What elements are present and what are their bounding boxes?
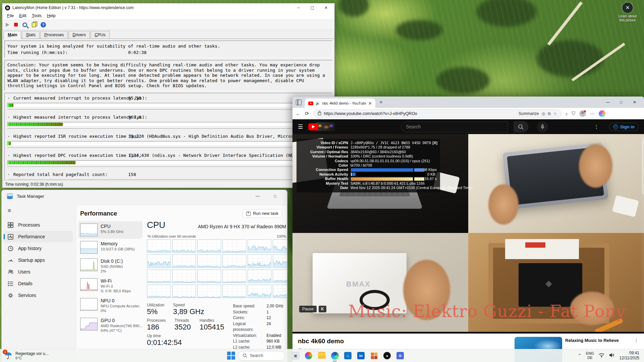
youtube-menu-icon[interactable]: ☰	[298, 123, 303, 130]
sidebar-item-performance[interactable]: Performance	[4, 231, 73, 242]
latencymon-titlebar[interactable]: LatencyMon (Home Edition ) v 7.31 - http…	[2, 3, 334, 12]
help-icon[interactable]: ?	[41, 22, 46, 27]
stat-dpc-time: Highest reported DPC routine execution t…	[7, 153, 329, 167]
address-bar[interactable]: https://www.youtube.com/watch?v=J-x8HPyQ…	[313, 109, 561, 118]
spotlight-widget[interactable]: ✕ Learn about this picture	[616, 2, 639, 22]
linkedin-icon[interactable]: in	[356, 351, 366, 361]
stats-close-button[interactable]: [X]	[432, 141, 437, 145]
sidebar-item-users[interactable]: Users	[4, 266, 73, 278]
media-app-icon[interactable]: ●	[382, 351, 392, 361]
office-app-icon[interactable]	[369, 351, 379, 361]
youtube-search-button[interactable]	[514, 121, 528, 132]
profile-avatar[interactable]	[579, 110, 586, 117]
split-screen-icon[interactable]: ⧉	[548, 111, 551, 116]
lock-icon	[318, 111, 321, 117]
volume-icon[interactable]	[609, 352, 615, 359]
tab-actions-icon[interactable]	[296, 100, 302, 105]
sidebar-label: Performance	[18, 234, 45, 239]
minimize-icon[interactable]: –	[293, 5, 304, 10]
sidebar-item-processes[interactable]: Processes	[4, 219, 73, 231]
run-new-task-button[interactable]: Run new task	[243, 209, 282, 218]
menu-tools[interactable]: Tools	[29, 13, 44, 19]
analyze-icon[interactable]	[22, 22, 27, 27]
copy-report-icon[interactable]	[32, 22, 36, 27]
menu-edit[interactable]: Edit	[16, 13, 29, 19]
stop-icon[interactable]	[14, 23, 18, 26]
clock[interactable]: 09:41 12/11/2025	[620, 351, 639, 361]
maximize-icon[interactable]: ▢	[307, 5, 318, 10]
pinned-app-icon-1[interactable]: ▣	[290, 351, 301, 361]
conclusion-text: Conclusion: Your system seems to be havi…	[7, 62, 329, 88]
sign-in-button[interactable]: Sign in	[609, 123, 639, 131]
sidebar-item-services[interactable]: Services	[4, 290, 73, 301]
start-button[interactable]	[227, 351, 235, 360]
kv-key: Base speed:	[233, 303, 266, 309]
card-name: Memory	[101, 241, 135, 247]
menu-file[interactable]: File	[4, 13, 16, 19]
taskbar-search[interactable]: Search	[238, 351, 285, 361]
per-core-utilization-graphs[interactable]	[147, 239, 287, 298]
photos-icon[interactable]	[304, 351, 314, 361]
card-disk[interactable]: Disk 0 (C:) SSD (NVMe) 2%	[78, 256, 143, 276]
card-cpu[interactable]: CPU 5% 3,89 GHz	[78, 221, 143, 239]
weather-widget[interactable]: 3 Regentage vor u... 6°C	[0, 351, 53, 360]
scrollbar[interactable]	[642, 134, 644, 334]
card-memory[interactable]: Memory 10,5/27,6 GB (38%)	[78, 239, 143, 256]
close-icon[interactable]: ✕	[320, 5, 332, 10]
tab-audio-icon[interactable]: 🔊	[316, 102, 320, 105]
scrollbar-thumb[interactable]	[642, 137, 644, 194]
edge-browser-window: 🔊 nbc 4k60 demo - YouTube ✕ + — □ ✕ ← ⟳ …	[292, 97, 644, 362]
video-scene-hands-laptop	[468, 134, 644, 233]
pause-keyboard-hint: Pause K	[299, 306, 326, 312]
card-npu[interactable]: NPU 0 NPU Compute Acceler.. 0%	[78, 296, 143, 315]
stats-value: Wed Nov 12 2025 09:41:24 GMT+0100 (Centr…	[348, 186, 472, 190]
video-player[interactable]: BMAX [X] Video ID / sCPNJ-x8HPyQROo / JV…	[292, 134, 644, 334]
kebab-menu-icon[interactable]: ⋮	[594, 124, 599, 130]
tab-drivers[interactable]: Drivers	[68, 31, 90, 39]
menu-help[interactable]: Help	[44, 13, 58, 19]
youtube-search-box[interactable]: Search	[401, 121, 508, 132]
sidebar-item-details[interactable]: Details	[4, 278, 73, 289]
maximize-icon[interactable]: □	[268, 194, 282, 198]
media-playing-icon[interactable]: ♪	[566, 111, 568, 116]
refresh-icon[interactable]: ⟳	[305, 111, 309, 117]
task-manager-titlebar[interactable]: Task Manager — □	[2, 190, 287, 202]
language-switcher[interactable]: ENG DE	[586, 351, 594, 360]
file-explorer-icon[interactable]	[317, 351, 327, 361]
tab-cpus[interactable]: CPUs	[91, 31, 110, 39]
favorites-star-icon[interactable]: ☆	[553, 111, 557, 116]
sidebar-item-app-history[interactable]: App history	[4, 243, 73, 254]
card-gpu[interactable]: GPU 0 AMD Radeon(TM) 890... 64% (47 °C)	[78, 315, 143, 335]
back-icon[interactable]: ←	[296, 111, 301, 116]
teams-app-icon[interactable]: ⊞	[395, 351, 405, 361]
tab-main[interactable]: Main	[4, 31, 21, 39]
browser-tab[interactable]: 🔊 nbc 4k60 demo - YouTube ✕	[305, 99, 375, 108]
settings-more-icon[interactable]: ⋯	[590, 111, 595, 116]
close-icon[interactable]: ✕	[628, 100, 641, 105]
tab-stats[interactable]: Stats	[22, 31, 40, 39]
voice-search-button[interactable]	[537, 121, 548, 132]
sidebar-item-startup-apps[interactable]: Startup apps	[4, 254, 73, 266]
store-icon[interactable]: ⌂	[343, 351, 353, 361]
wifi-icon[interactable]	[599, 352, 604, 359]
copilot-icon[interactable]	[599, 110, 605, 117]
spotlight-icon[interactable]: ✕	[622, 2, 633, 13]
card-wifi[interactable]: Wi-Fi Wi-Fi 3 S: 0 R: 88,0 Kbps	[78, 276, 143, 296]
tab-close-icon[interactable]: ✕	[368, 101, 372, 106]
new-tab-icon[interactable]: +	[379, 99, 382, 105]
task-manager-sidebar: Processes Performance App history Startu…	[4, 219, 73, 301]
latencymon-tabs: Main Stats Processes Drivers CPUs	[2, 30, 334, 39]
copilot-badge-icon[interactable]: ◎	[542, 111, 545, 116]
hamburger-menu-icon[interactable]: ≡	[8, 207, 11, 214]
play-icon[interactable]	[6, 23, 9, 27]
minimize-icon[interactable]: —	[251, 194, 264, 198]
tray-expand-chevron-icon[interactable]: ⌃	[578, 353, 581, 358]
scene-red-label	[525, 242, 545, 248]
maximize-icon[interactable]: □	[614, 100, 628, 105]
edge-icon[interactable]	[330, 351, 340, 361]
tab-processes[interactable]: Processes	[40, 31, 68, 39]
minimize-icon[interactable]: —	[601, 100, 614, 105]
youtube-logo[interactable]	[308, 122, 335, 131]
summarize-button[interactable]: Summarize	[519, 111, 539, 116]
collections-icon[interactable]: ⛉	[572, 111, 576, 116]
